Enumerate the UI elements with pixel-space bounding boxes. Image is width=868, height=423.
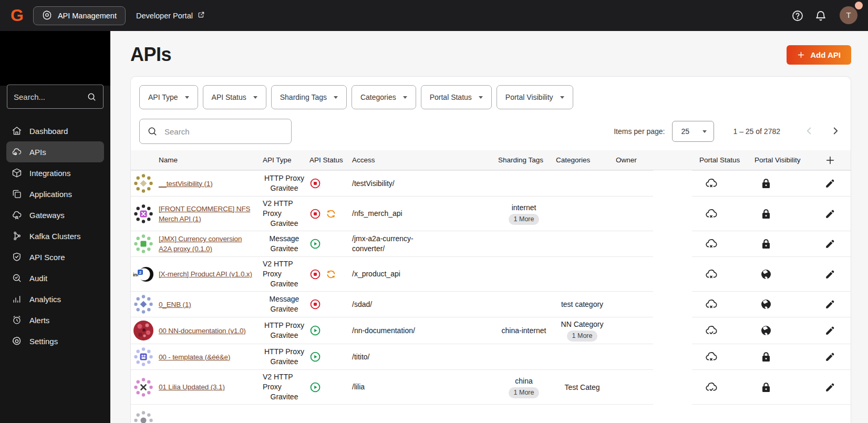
next-page-button[interactable] bbox=[829, 125, 842, 138]
home-icon bbox=[12, 126, 22, 136]
edit-api-button[interactable] bbox=[824, 177, 837, 190]
sidebar-item-integrations[interactable]: Integrations bbox=[6, 162, 104, 183]
api-type-cell: MessageGravitee bbox=[259, 231, 306, 256]
app-switcher-button[interactable]: API Management bbox=[33, 6, 126, 25]
category: test category bbox=[561, 300, 603, 309]
filter-portal-status[interactable]: Portal Status bbox=[421, 85, 492, 109]
api-status-cell bbox=[306, 344, 348, 369]
table-row: ine 2 [X-merch] Product API (v1.0.x) V2 … bbox=[131, 256, 851, 291]
portal-status-cell bbox=[692, 231, 747, 256]
sidebar-search[interactable] bbox=[7, 85, 104, 109]
api-name-link[interactable]: 00 - templatea (&éé&e) bbox=[159, 352, 230, 362]
edit-api-button[interactable] bbox=[824, 350, 837, 363]
sidebar-item-label: Kafka Clusters bbox=[29, 232, 81, 241]
table-search-input[interactable] bbox=[164, 127, 284, 136]
portal-visibility-cell bbox=[747, 291, 805, 317]
sidebar-item-analytics[interactable]: Analytics bbox=[6, 288, 104, 309]
edit-icon bbox=[824, 269, 836, 280]
column-header-portal-visibility: Portal Visibility bbox=[747, 156, 805, 164]
filter-sharding-tags[interactable]: Sharding Tags bbox=[271, 85, 347, 109]
svg-text:2: 2 bbox=[139, 270, 142, 275]
edit-api-button[interactable] bbox=[824, 381, 837, 394]
sidebar-item-label: API Score bbox=[29, 253, 65, 262]
sidebar-item-apis[interactable]: APIs bbox=[6, 141, 104, 162]
api-avatar bbox=[131, 404, 156, 423]
lock-icon bbox=[760, 381, 772, 394]
cube-icon bbox=[12, 168, 22, 178]
api-status-cell bbox=[306, 369, 348, 404]
api-access-cell: /nfs_merch_api bbox=[348, 196, 496, 231]
sidebar: Dashboard APIs Integrations Applications… bbox=[0, 31, 110, 423]
portal-status-cell bbox=[692, 196, 747, 231]
api-status-cell bbox=[306, 404, 348, 423]
table-search[interactable] bbox=[139, 119, 292, 144]
previous-page-button[interactable] bbox=[802, 125, 816, 138]
filter-api-status[interactable]: API Status bbox=[203, 85, 266, 109]
edit-api-button[interactable] bbox=[824, 298, 837, 311]
cloud-unpublished-icon bbox=[705, 350, 717, 363]
filter-portal-visibility[interactable]: Portal Visibility bbox=[497, 85, 573, 109]
sidebar-item-dashboard[interactable]: Dashboard bbox=[6, 120, 104, 141]
developer-portal-link[interactable]: Developer Portal bbox=[136, 11, 205, 20]
plus-icon bbox=[824, 154, 836, 166]
api-type-cell: V2 HTTP bbox=[259, 404, 306, 423]
chevron-down-icon bbox=[403, 96, 407, 99]
user-avatar[interactable]: T bbox=[840, 6, 857, 24]
stopped-status-icon bbox=[309, 208, 321, 220]
api-name-link[interactable]: [JMX] Currency conversion A2A proxy (0.1… bbox=[159, 234, 254, 254]
edit-icon bbox=[824, 381, 836, 393]
edit-api-button[interactable] bbox=[824, 268, 837, 281]
sidebar-item-alerts[interactable]: Alerts bbox=[6, 309, 104, 331]
sharding-tags-cell: china1 More bbox=[496, 369, 550, 404]
sidebar-item-label: Alerts bbox=[29, 316, 49, 325]
items-per-page-select[interactable]: 25 bbox=[672, 121, 714, 142]
api-name-link[interactable]: 01 Lilia Updated (3.1) bbox=[159, 382, 225, 392]
column-header-sharding-tags: Sharding Tags bbox=[496, 156, 550, 164]
api-name-link[interactable]: 00 NN-documentation (v1.0) bbox=[159, 326, 246, 336]
edit-icon bbox=[824, 238, 836, 250]
row-spacer bbox=[653, 344, 692, 369]
stopped-status-icon bbox=[309, 178, 321, 189]
api-access-cell: /titito/ bbox=[348, 344, 496, 369]
api-name-link[interactable]: [FRONT ECOMMERCE] NFS Merch API (1) bbox=[159, 204, 254, 224]
edit-api-button[interactable] bbox=[824, 238, 837, 250]
row-spacer bbox=[653, 196, 692, 231]
apis-table: Name API Type API Status Access Sharding… bbox=[131, 150, 851, 423]
api-name-link[interactable]: __testVisibility (1) bbox=[159, 179, 213, 189]
sidebar-item-label: Gateways bbox=[29, 211, 65, 220]
sidebar-item-audit[interactable]: Audit bbox=[6, 267, 104, 288]
filter-api-type[interactable]: API Type bbox=[139, 85, 198, 109]
api-name-link[interactable]: [X-merch] Product API (v1.0.x) bbox=[159, 269, 252, 279]
notifications-bell-icon[interactable] bbox=[814, 9, 827, 22]
cloud-unpublished-icon bbox=[705, 268, 717, 281]
table-row: 01 Lilia Updated (3.1) V2 HTTP ProxyGrav… bbox=[131, 369, 851, 404]
edit-api-button[interactable] bbox=[824, 324, 837, 337]
categories-cell bbox=[550, 170, 608, 196]
table-row: 00 NN-documentation (v1.0) HTTP ProxyGra… bbox=[131, 317, 851, 344]
table-row: [FRONT ECOMMERCE] NFS Merch API (1) V2 H… bbox=[131, 196, 851, 231]
add-column-button[interactable] bbox=[824, 154, 837, 167]
portal-visibility-cell bbox=[747, 196, 805, 231]
alarm-icon bbox=[12, 315, 22, 325]
owner-cell bbox=[608, 404, 653, 423]
items-per-page-value: 25 bbox=[681, 127, 689, 136]
portal-status-cell bbox=[692, 170, 747, 196]
help-icon[interactable] bbox=[791, 9, 804, 22]
sidebar-search-input[interactable] bbox=[14, 92, 82, 101]
sharding-tags-cell bbox=[496, 291, 550, 317]
portal-status-cell bbox=[692, 369, 747, 404]
api-access-cell: /nn-documentation/ bbox=[348, 317, 496, 344]
sidebar-item-applications[interactable]: Applications bbox=[6, 183, 104, 204]
sidebar-item-api-score[interactable]: API Score bbox=[6, 246, 104, 267]
edit-api-button[interactable] bbox=[824, 208, 837, 220]
sidebar-item-settings[interactable]: Settings bbox=[6, 331, 104, 352]
sidebar-item-gateways[interactable]: Gateways bbox=[6, 204, 104, 225]
top-bar: G API Management Developer Portal T bbox=[0, 0, 868, 31]
row-spacer bbox=[653, 231, 692, 256]
sidebar-item-label: Dashboard bbox=[29, 127, 68, 136]
api-name-link[interactable]: 0_ENB (1) bbox=[159, 300, 191, 309]
globe-icon bbox=[760, 324, 772, 337]
add-api-button[interactable]: Add API bbox=[787, 45, 851, 65]
sidebar-item-kafka-clusters[interactable]: Kafka Clusters bbox=[6, 225, 104, 246]
filter-categories[interactable]: Categories bbox=[352, 85, 416, 109]
